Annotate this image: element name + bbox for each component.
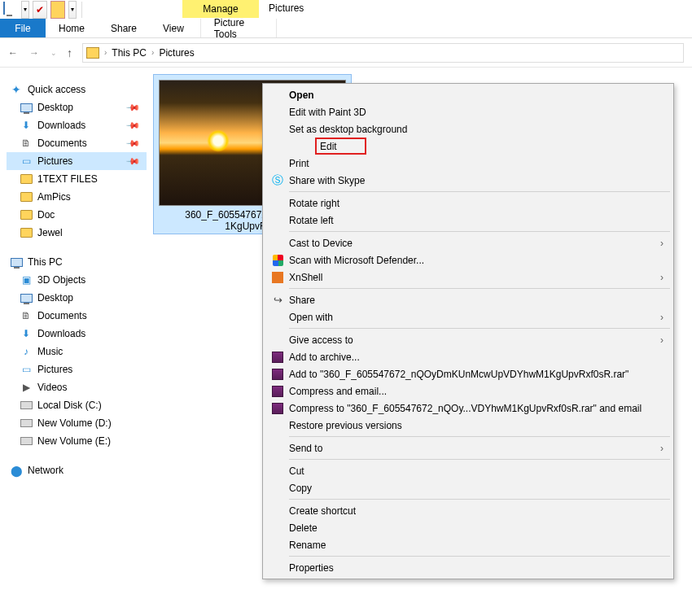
rar-icon [266, 352, 289, 363]
sidebar-item-folder[interactable]: AmPics [7, 188, 147, 206]
rar-icon [266, 403, 289, 414]
ctx-skype[interactable]: ⓈShare with Skype [263, 172, 673, 189]
chevron-right-icon: › [660, 272, 664, 283]
ctx-give-access[interactable]: Give access to› [263, 331, 673, 348]
sidebar-item-documents[interactable]: 🗎Documents📌 [7, 134, 147, 152]
forward-button[interactable]: → [29, 47, 39, 59]
separator [289, 288, 670, 289]
ctx-print[interactable]: Print [263, 155, 673, 172]
sidebar-item-label: Desktop [37, 102, 73, 113]
ctx-rotate-left[interactable]: Rotate left [263, 212, 673, 229]
chevron-right-icon[interactable]: › [151, 48, 154, 57]
back-button[interactable]: ← [8, 47, 18, 59]
navigation-pane: ✦ Quick access Desktop📌 ⬇Downloads📌 🗎Doc… [0, 68, 147, 616]
ctx-rename[interactable]: Rename [263, 536, 673, 553]
share-tab[interactable]: Share [98, 19, 150, 37]
rar-icon [266, 386, 289, 397]
ctx-cast[interactable]: Cast to Device› [263, 234, 673, 251]
ctx-send-to[interactable]: Send to› [263, 439, 673, 457]
skype-icon: Ⓢ [266, 173, 289, 188]
ctx-set-background[interactable]: Set as desktop background [263, 120, 673, 138]
ctx-share[interactable]: ↪Share [263, 291, 673, 308]
breadcrumb-root[interactable]: This PC [112, 47, 147, 59]
separator [289, 499, 670, 500]
separator [289, 556, 670, 557]
sidebar-item-label: Videos [37, 382, 67, 393]
recent-dropdown[interactable]: ⌄ [50, 49, 57, 57]
ctx-compress-email-named[interactable]: Compress to "360_F_605547672_nQOy...VDYh… [263, 400, 673, 417]
sidebar-item-downloads[interactable]: ⬇Downloads📌 [7, 116, 147, 134]
sidebar-item-pictures[interactable]: ▭Pictures [7, 360, 147, 378]
picture-tools-tab[interactable]: Picture Tools [200, 19, 277, 37]
app-icon [3, 2, 18, 17]
ctx-paint3d[interactable]: Edit with Paint 3D [263, 103, 673, 120]
pin-icon: 📌 [125, 99, 140, 115]
chevron-right-icon[interactable]: › [104, 48, 107, 57]
sidebar-item-label: Documents [37, 138, 87, 149]
view-tab[interactable]: View [150, 19, 197, 37]
contextual-tab-header: Manage [182, 0, 259, 18]
ctx-rotate-right[interactable]: Rotate right [263, 194, 673, 212]
this-pc-header[interactable]: This PC [7, 253, 147, 271]
qat-properties[interactable]: ✔ [33, 1, 47, 19]
sidebar-item-label: Desktop [37, 292, 73, 304]
ctx-restore-versions[interactable]: Restore previous versions [263, 417, 673, 434]
sidebar-item-folder[interactable]: 1TEXT FILES [7, 170, 147, 188]
breadcrumb-current[interactable]: Pictures [159, 47, 194, 59]
context-menu: Open Edit with Paint 3D Set as desktop b… [262, 83, 674, 579]
ctx-add-archive[interactable]: Add to archive... [263, 348, 673, 365]
ctx-defender[interactable]: Scan with Microsoft Defender... [263, 251, 673, 269]
sidebar-item-3dobjects[interactable]: ▣3D Objects [7, 271, 147, 289]
quick-access-header[interactable]: ✦ Quick access [7, 81, 147, 98]
sidebar-item-label: New Volume (D:) [37, 417, 112, 429]
network-label: Network [28, 465, 64, 476]
sidebar-item-music[interactable]: ♪Music [7, 343, 147, 360]
address-bar[interactable]: › This PC › Pictures [82, 43, 684, 63]
sidebar-item-label: Downloads [37, 328, 85, 339]
ctx-delete[interactable]: Delete [263, 519, 673, 536]
chevron-right-icon: › [660, 238, 664, 249]
sidebar-item-label: AmPics [37, 191, 71, 203]
ctx-cut[interactable]: Cut [263, 462, 673, 479]
file-tab[interactable]: File [0, 19, 46, 37]
navigation-bar: ← → ⌄ ↑ › This PC › Pictures [0, 38, 692, 68]
separator [289, 436, 670, 437]
sidebar-item-label: Doc [37, 209, 55, 221]
star-icon: ✦ [10, 83, 23, 96]
sidebar-item-downloads[interactable]: ⬇Downloads [7, 325, 147, 343]
ctx-compress-email[interactable]: Compress and email... [263, 382, 673, 400]
qat-dropdown[interactable]: ▾ [21, 1, 29, 19]
ctx-open-with[interactable]: Open with› [263, 308, 673, 325]
ctx-properties[interactable]: Properties [263, 559, 673, 576]
home-tab[interactable]: Home [46, 19, 98, 37]
sidebar-item-folder[interactable]: Doc [7, 206, 147, 224]
sidebar-item-folder[interactable]: Jewel [7, 224, 147, 242]
ctx-edit[interactable]: Edit [315, 138, 366, 155]
quick-access-label: Quick access [28, 84, 85, 95]
qat-customize[interactable]: ▾ [68, 1, 77, 19]
ctx-copy[interactable]: Copy [263, 479, 673, 496]
sidebar-item-drive-d[interactable]: New Volume (D:) [7, 414, 147, 432]
up-button[interactable]: ↑ [67, 46, 72, 59]
sidebar-item-label: Pictures [37, 155, 72, 167]
network-header[interactable]: ⬤ Network [7, 461, 147, 479]
sidebar-item-drive-c[interactable]: Local Disk (C:) [7, 396, 147, 414]
ctx-create-shortcut[interactable]: Create shortcut [263, 502, 673, 519]
sidebar-item-label: Jewel [37, 227, 63, 238]
sidebar-item-videos[interactable]: ▶Videos [7, 378, 147, 396]
ctx-add-rar[interactable]: Add to "360_F_605547672_nQOyDmKUnMcwUpVD… [263, 365, 673, 382]
pin-icon: 📌 [125, 153, 140, 168]
sidebar-item-documents[interactable]: 🗎Documents [7, 307, 147, 325]
sidebar-item-desktop[interactable]: Desktop📌 [7, 98, 147, 116]
sidebar-item-drive-e[interactable]: New Volume (E:) [7, 432, 147, 450]
sidebar-item-label: New Volume (E:) [37, 435, 111, 447]
sidebar-item-label: Music [37, 346, 63, 357]
qat-newfolder[interactable] [50, 1, 65, 19]
ctx-open[interactable]: Open [263, 86, 673, 103]
sidebar-item-desktop[interactable]: Desktop [7, 289, 147, 307]
this-pc-label: This PC [28, 256, 63, 268]
share-icon: ↪ [266, 294, 289, 306]
ctx-xnshell[interactable]: XnShell› [263, 269, 673, 286]
xnshell-icon [266, 272, 289, 283]
sidebar-item-pictures[interactable]: ▭Pictures📌 [7, 152, 147, 170]
